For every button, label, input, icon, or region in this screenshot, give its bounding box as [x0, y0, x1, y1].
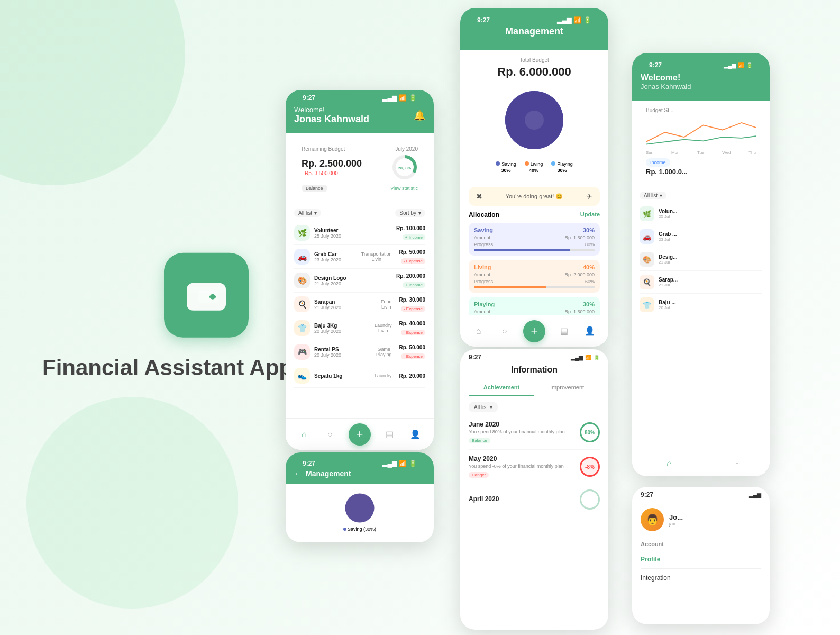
progress-label: Progress — [474, 242, 493, 247]
tab-improvement[interactable]: Improvement — [534, 380, 600, 396]
svg-point-10 — [345, 494, 375, 523]
mgmt-time: 9:27 — [477, 16, 490, 24]
bg-circle-bottom — [26, 397, 238, 609]
right-greeting-section: Welcome! Jonas Kahnwald — [641, 73, 761, 90]
nav-list-icon[interactable]: ▤ — [382, 427, 397, 442]
list-item: 🌿 Volun... 25 Jul — [640, 203, 762, 225]
trans-cat-col: Laundry Livin — [375, 323, 392, 333]
phone-info: 9:27 ▂▄▆ 📶 🔋 Information Achievement Imp… — [460, 349, 608, 630]
trans-amount: Rp. 50.000 — [399, 249, 425, 255]
alloc-amount-row-living: Amount Rp. 2.000.000 — [474, 272, 595, 277]
svg-point-9 — [525, 111, 544, 130]
right-filter-dropdown[interactable]: All list ▾ — [640, 192, 666, 199]
profile-menu-item-profile[interactable]: Profile — [641, 550, 761, 569]
home-status-icons: ▂▄▆ 📶 🔋 — [382, 94, 417, 102]
battery-icon: 🔋 — [746, 62, 753, 68]
progress-bar-living — [474, 286, 595, 288]
alloc-percent-living: 40% — [583, 264, 595, 270]
star-icon-right: ✈ — [586, 192, 592, 201]
alloc-percent-saving: 30% — [583, 227, 595, 233]
nav-add-button[interactable]: + — [523, 320, 545, 342]
alloc-progress-row-saving: Progress 80% — [474, 242, 595, 247]
alloc-progress-row-living: Progress 60% — [474, 279, 595, 284]
bell-icon[interactable]: 🔔 — [414, 110, 425, 121]
trans-name: Baju 3Kg — [314, 323, 370, 329]
trans-name: Sepatu 1kg — [314, 373, 370, 379]
info-filter-dropdown[interactable]: All list ▾ — [469, 402, 498, 412]
signal-icon: ▂▄▆ — [382, 94, 397, 102]
budget-label-row: Remaining Budget July 2020 — [302, 146, 418, 152]
congrats-text: You're doing great! 😊 — [506, 193, 563, 200]
trans-icon-rental: 🎮 — [294, 344, 310, 360]
amount-label: Amount — [474, 235, 490, 240]
allocation-header: Allocation Update — [469, 211, 600, 219]
profile-header-row: 👨 Jo... jan... — [632, 501, 770, 539]
profile-menu-list: Profile Integration — [632, 550, 770, 587]
all-list-label: All list — [298, 210, 312, 216]
achievement-circle-may: -8% — [580, 457, 600, 477]
pie-legend: Saving 30% Living 40% Playing 30% — [476, 161, 592, 173]
table-row: 👟 Sepatu 1kg Laundry Rp. 20.000 — [294, 364, 425, 388]
alloc-card-living: Living 40% Amount Rp. 2.000.000 Progress… — [469, 260, 600, 293]
table-row: 🎨 Design Logo 21 July 2020 Rp. 200.000 +… — [294, 269, 425, 293]
back-arrow-icon[interactable]: ← — [294, 469, 302, 478]
home-status-bar: 9:27 ▂▄▆ 📶 🔋 — [294, 90, 425, 104]
profile-status-bar: 9:27 ▂▄▆ — [632, 487, 770, 501]
trans-details-sarapan: Sarapan 21 July 2020 — [314, 299, 377, 310]
mgmt-status-bar: 9:27 ▂▄▆ 📶 🔋 — [469, 12, 600, 26]
trans-cat-col: Transportation Livin — [361, 251, 392, 262]
mgmt2-legend: Saving (30%) — [286, 527, 434, 532]
mgmt-bottom-nav: ⌂ ○ + ▤ 👤 — [460, 315, 608, 347]
achievement-month-may: May 2020 — [469, 455, 574, 462]
view-statistic[interactable]: View statistic — [390, 186, 418, 191]
right-trans-icon: 🚗 — [640, 229, 654, 244]
progress-fill-saving — [474, 249, 570, 251]
trans-cat-col: Food Livin — [381, 299, 392, 310]
list-item: 🚗 Grab ... 23 Jul — [640, 225, 762, 248]
update-link[interactable]: Update — [580, 211, 600, 219]
alloc-card-saving: Saving 30% Amount Rp. 1.500.000 Progress… — [469, 223, 600, 256]
phone-right: 9:27 ▂▄▆ 📶 🔋 Welcome! Jonas Kahnwald Bud… — [632, 53, 770, 476]
sort-by-dropdown[interactable]: Sort by ▾ — [395, 209, 425, 217]
table-row: 🌿 Volunteer 25 July 2020 Rp. 100.000 + I… — [294, 221, 425, 245]
right-nav-home[interactable]: ⌂ — [662, 456, 677, 471]
info-tab-bar: Achievement Improvement — [469, 380, 600, 396]
account-label: Account — [632, 539, 770, 550]
list-controls: All list ▾ Sort by ▾ — [286, 205, 434, 221]
nav-home-icon[interactable]: ⌂ — [471, 324, 486, 339]
balance-badge[interactable]: Balance — [302, 185, 327, 192]
right-trans-name: Volun... — [659, 208, 762, 214]
trans-type-badge: + Income — [403, 282, 425, 288]
nav-circle-icon[interactable]: ○ — [323, 427, 337, 442]
mgmt2-pie-partial — [286, 484, 434, 527]
trans-name: Rental PS — [314, 347, 372, 352]
trans-amount-col: Rp. 40.000 - Expense — [399, 321, 425, 336]
wifi-icon: 📶 — [399, 460, 407, 467]
mgmt-header: 9:27 ▂▄▆ 📶 🔋 Management — [460, 8, 608, 50]
info-status-icons: ▂▄▆ 📶 🔋 — [571, 355, 600, 360]
nav-profile-icon[interactable]: 👤 — [408, 427, 423, 442]
minus-amount: - Rp. 3.500.000 — [302, 170, 362, 176]
star-icon-left: ✖ — [476, 192, 482, 201]
nav-home-icon[interactable]: ⌂ — [297, 427, 312, 442]
all-list-dropdown[interactable]: All list ▾ — [294, 209, 321, 217]
tab-achievement[interactable]: Achievement — [469, 380, 534, 396]
mini-chart — [646, 116, 756, 148]
trans-type-badge: - Expense — [401, 353, 425, 359]
nav-profile-icon[interactable]: 👤 — [582, 324, 597, 339]
achievement-circle-june: 80% — [580, 422, 600, 442]
trans-icon-sarapan: 🍳 — [294, 296, 310, 312]
income-label: Income — [646, 158, 670, 167]
right-filter-label: All list — [644, 193, 658, 198]
nav-circle-icon[interactable]: ○ — [497, 324, 512, 339]
trans-name: Volunteer — [314, 228, 392, 233]
profile-menu-item-integration[interactable]: Integration — [641, 569, 761, 587]
nav-add-button[interactable]: + — [349, 423, 371, 446]
profile-time: 9:27 — [641, 491, 653, 498]
alloc-percent-playing: 30% — [583, 301, 595, 307]
nav-list-icon[interactable]: ▤ — [556, 324, 571, 339]
total-budget-card: Total Budget Rp. 6.000.000 Savin — [469, 50, 600, 180]
progress-fill-living — [474, 286, 546, 288]
right-trans-date: 23 Jul — [659, 237, 762, 242]
trans-cat-col: Laundry — [375, 373, 392, 378]
